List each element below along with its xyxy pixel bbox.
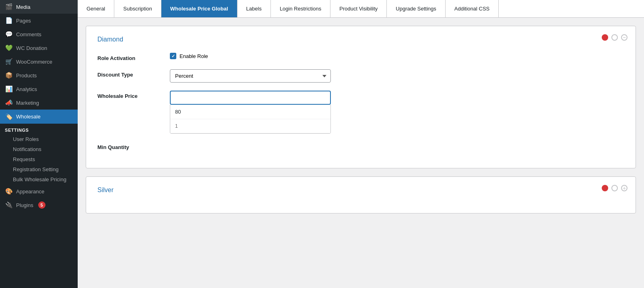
tab-labels[interactable]: Labels [237,0,271,17]
tab-subscription[interactable]: Subscription [114,0,161,17]
silver-dot-red[interactable] [602,185,608,191]
content-area: Diamond − Role Activation Enable Role [78,18,644,288]
discount-type-row: Discount Type Percent Fixed [97,69,624,83]
sidebar-item-comments[interactable]: 💬 Comments [0,27,78,41]
suggestion-item-1[interactable]: 1 [170,119,330,133]
tab-login-restrictions[interactable]: Login Restrictions [271,0,330,17]
products-icon: 📦 [5,72,13,79]
enable-role-label: Enable Role [180,53,208,59]
silver-card-title: Silver [97,186,624,194]
enable-role-row: Enable Role [170,53,331,59]
sidebar-sub-notifications[interactable]: Notifications [0,144,78,154]
silver-card: Silver + [86,176,636,213]
discount-type-label: Discount Type [97,69,162,78]
role-activation-label: Role Activation [97,53,162,61]
min-quantity-row: Min Quantity [97,142,624,150]
sidebar-sub-requests[interactable]: Requests [0,154,78,164]
wholesale-price-row: Wholesale Price 80 1 [97,91,624,134]
sidebar-item-analytics[interactable]: 📊 Analytics [0,82,78,96]
silver-dot-gray[interactable] [611,185,618,191]
sidebar-item-wc-donation[interactable]: 💚 WC Donation [0,41,78,55]
diamond-dot-minus[interactable]: − [621,34,627,41]
sidebar-item-media[interactable]: 🎬 Media [0,0,78,14]
price-suggestion-box: 80 1 [170,105,331,134]
discount-type-control: Percent Fixed [170,69,331,83]
sidebar-item-woocommerce[interactable]: 🛒 WooCommerce [0,55,78,68]
main-area: General Subscription Wholesale Price Glo… [78,0,644,288]
wc-donation-icon: 💚 [5,44,13,52]
tab-wholesale-price-global[interactable]: Wholesale Price Global [161,0,237,17]
sidebar-arrow-icon: ◀ [68,113,73,120]
diamond-status-dots: − [602,34,627,41]
tab-additional-css[interactable]: Additional CSS [446,0,499,17]
sidebar-item-products[interactable]: 📦 Products [0,68,78,82]
diamond-dot-gray[interactable] [611,34,618,41]
min-quantity-label: Min Quantity [97,142,162,150]
wholesale-icon: 🏷️ [5,113,13,120]
sidebar-sub-registration-setting[interactable]: Registration Setting [0,164,78,174]
comments-icon: 💬 [5,31,13,38]
media-icon: 🎬 [5,3,13,10]
sidebar-item-appearance[interactable]: 🎨 Appearance [0,184,78,198]
settings-section-label: Settings [0,124,78,134]
woocommerce-icon: 🛒 [5,58,13,65]
analytics-icon: 📊 [5,85,13,93]
plugins-icon: 🔌 [5,201,13,209]
marketing-icon: 📣 [5,99,13,106]
sidebar-item-plugins[interactable]: 🔌 Plugins 5 [0,198,78,212]
sidebar-item-pages[interactable]: 📄 Pages [0,14,78,27]
discount-type-select[interactable]: Percent Fixed [170,69,331,83]
sidebar-item-wholesale[interactable]: 🏷️ Wholesale ◀ [0,110,78,124]
sidebar-sub-bulk-wholesale-pricing[interactable]: Bulk Wholesale Pricing [0,174,78,184]
silver-dot-plus[interactable]: + [621,185,627,191]
wholesale-price-input[interactable] [170,91,331,105]
role-activation-control: Enable Role [170,53,331,59]
tab-general[interactable]: General [78,0,114,17]
sidebar-sub-user-roles[interactable]: User Roles [0,134,78,144]
diamond-card: Diamond − Role Activation Enable Role [86,26,636,168]
silver-status-dots: + [602,185,627,191]
sidebar-item-marketing[interactable]: 📣 Marketing [0,96,78,110]
wholesale-price-label: Wholesale Price [97,91,162,99]
sidebar: 🎬 Media 📄 Pages 💬 Comments 💚 WC Donation… [0,0,78,288]
enable-role-checkbox[interactable] [170,53,176,59]
pages-icon: 📄 [5,17,13,24]
role-activation-row: Role Activation Enable Role [97,53,624,61]
suggestion-item-80[interactable]: 80 [170,105,330,119]
tab-bar: General Subscription Wholesale Price Glo… [78,0,644,18]
diamond-dot-red[interactable] [602,34,608,41]
diamond-card-title: Diamond [97,36,624,43]
wholesale-price-control: 80 1 [170,91,331,134]
tab-upgrade-settings[interactable]: Upgrade Settings [387,0,445,17]
plugins-badge: 5 [38,201,45,209]
tab-product-visibility[interactable]: Product Visibility [330,0,387,17]
appearance-icon: 🎨 [5,188,13,195]
